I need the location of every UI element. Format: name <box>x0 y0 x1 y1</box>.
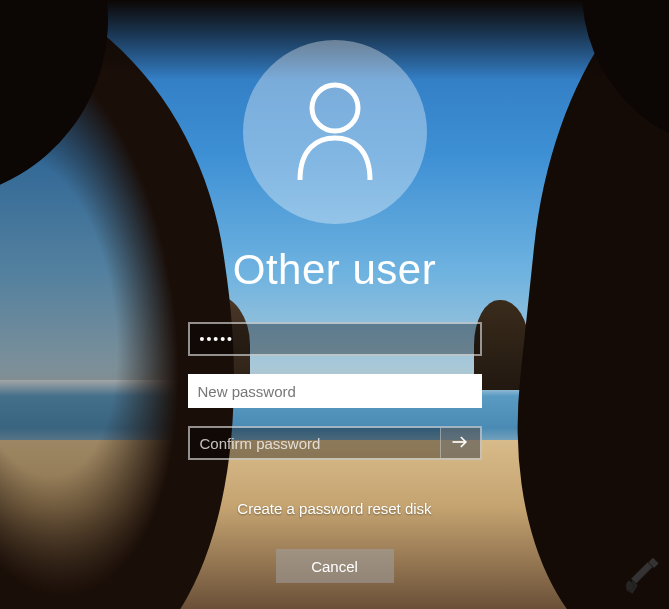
confirm-password-input[interactable] <box>190 428 440 458</box>
password-change-form: Create a password reset disk <box>188 322 482 517</box>
arrow-right-icon <box>450 432 470 455</box>
cancel-button[interactable]: Cancel <box>276 549 394 583</box>
svg-point-0 <box>312 85 358 131</box>
user-icon <box>290 80 380 184</box>
new-password-input[interactable] <box>188 374 482 408</box>
create-reset-disk-link[interactable]: Create a password reset disk <box>237 500 431 517</box>
account-name: Other user <box>233 246 436 294</box>
current-password-input[interactable] <box>188 322 482 356</box>
login-panel: Other user Create a password reset disk … <box>0 0 669 609</box>
site-watermark <box>621 557 661 601</box>
hammer-wrench-icon <box>621 583 661 600</box>
confirm-password-row <box>188 426 482 460</box>
user-avatar <box>243 40 427 224</box>
submit-button[interactable] <box>440 428 480 458</box>
